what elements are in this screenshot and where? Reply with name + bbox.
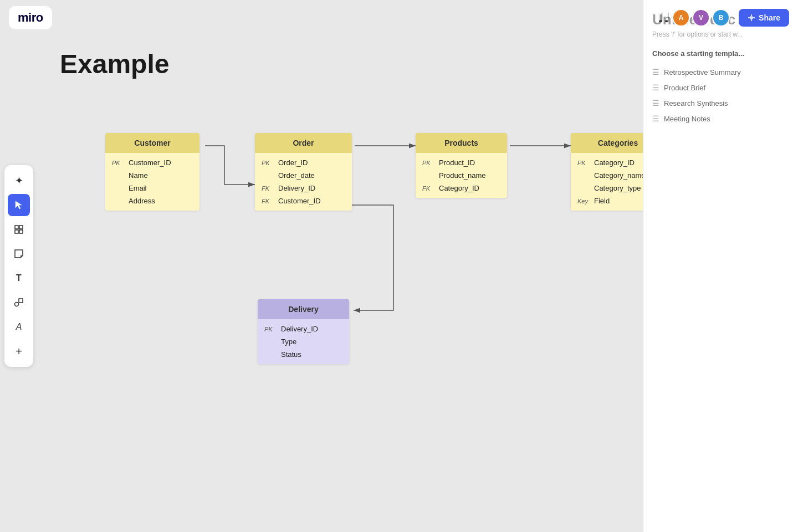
avatar-3[interactable]: B xyxy=(712,9,730,27)
template-label: Research Synthesis xyxy=(664,99,728,108)
template-item-product-brief[interactable]: ☰ Product Brief xyxy=(652,80,789,95)
frames-tool-button[interactable] xyxy=(8,218,30,241)
table-row: PK Delivery_ID xyxy=(258,323,349,335)
products-table-header: Products xyxy=(416,133,507,153)
right-panel: Untitled doc Press '/' for options or st… xyxy=(643,0,798,532)
table-row: Type xyxy=(258,335,349,348)
delivery-table-header: Delivery xyxy=(258,299,349,319)
template-item-retrospective[interactable]: ☰ Retrospective Summary xyxy=(652,64,789,80)
sticky-note-tool-button[interactable] xyxy=(8,243,30,265)
customer-table: Customer PK Customer_ID Name Email Addre… xyxy=(105,133,200,211)
table-row: PK Customer_ID xyxy=(105,156,200,169)
cursor-icon xyxy=(14,200,24,210)
add-icon: + xyxy=(16,345,22,358)
sticky-note-icon xyxy=(14,249,24,259)
logo-box[interactable]: miro xyxy=(9,6,52,29)
table-row: Product_name xyxy=(416,169,507,182)
collab-icons: ♩♩ A V B xyxy=(658,9,730,27)
template-label: Meeting Notes xyxy=(664,115,710,123)
svg-rect-1 xyxy=(15,226,18,229)
table-row: Order_date xyxy=(255,169,352,182)
delivery-table: Delivery PK Delivery_ID Type Status xyxy=(258,299,349,364)
table-row: FK Category_ID xyxy=(416,182,507,195)
table-row: PK Order_ID xyxy=(255,156,352,169)
share-label: Share xyxy=(759,13,780,22)
svg-point-0 xyxy=(750,16,753,19)
ai-tool-button[interactable]: ✦ xyxy=(8,170,30,192)
text-tool-button[interactable]: T xyxy=(8,267,30,289)
page-title: Example xyxy=(60,49,169,79)
add-tool-button[interactable]: + xyxy=(8,340,30,362)
order-table: Order PK Order_ID Order_date FK Delivery… xyxy=(255,133,352,211)
table-row: Status xyxy=(258,348,349,361)
template-label: Product Brief xyxy=(664,84,705,92)
cursor-tool-button[interactable] xyxy=(8,194,30,216)
shapes-icon xyxy=(14,298,24,308)
frames-icon xyxy=(14,224,24,234)
text-icon: T xyxy=(16,273,22,283)
toolbar: ✦ T A + xyxy=(4,165,33,367)
products-table: Products PK Product_ID Product_name FK C… xyxy=(416,133,507,198)
music-icon: ♩♩ xyxy=(658,10,670,25)
share-button[interactable]: Share xyxy=(739,9,789,27)
shapes-tool-button[interactable] xyxy=(8,291,30,314)
template-icon: ☰ xyxy=(652,114,659,123)
table-row: FK Customer_ID xyxy=(255,195,352,207)
template-icon: ☰ xyxy=(652,68,659,76)
order-table-header: Order xyxy=(255,133,352,153)
table-row: FK Delivery_ID xyxy=(255,182,352,195)
table-row: PK Product_ID xyxy=(416,156,507,169)
customer-table-header: Customer xyxy=(105,133,200,153)
avatar-1[interactable]: A xyxy=(672,9,690,27)
svg-rect-6 xyxy=(19,299,23,303)
table-row: Address xyxy=(105,195,200,207)
pen-tool-button[interactable]: A xyxy=(8,316,30,338)
pen-icon: A xyxy=(16,322,22,332)
share-icon xyxy=(748,14,755,22)
template-icon: ☰ xyxy=(652,99,659,108)
order-table-body: PK Order_ID Order_date FK Delivery_ID FK… xyxy=(255,153,352,211)
table-row: Email xyxy=(105,182,200,195)
svg-rect-2 xyxy=(19,226,23,229)
template-label: Retrospective Summary xyxy=(664,68,741,76)
template-item-meeting-notes[interactable]: ☰ Meeting Notes xyxy=(652,111,789,126)
template-list: ☰ Retrospective Summary ☰ Product Brief … xyxy=(652,64,789,126)
svg-rect-3 xyxy=(15,230,18,233)
avatar-2[interactable]: V xyxy=(692,9,710,27)
template-item-research[interactable]: ☰ Research Synthesis xyxy=(652,95,789,111)
table-row: Name xyxy=(105,169,200,182)
logo-text: miro xyxy=(18,11,43,25)
svg-rect-4 xyxy=(19,230,23,233)
header-right: ♩♩ A V B Share xyxy=(658,9,789,27)
products-table-body: PK Product_ID Product_name FK Category_I… xyxy=(416,153,507,198)
header: miro ♩♩ A V B Share xyxy=(0,0,798,35)
template-icon: ☰ xyxy=(652,83,659,92)
svg-point-5 xyxy=(15,303,19,306)
customer-table-body: PK Customer_ID Name Email Address xyxy=(105,153,200,211)
panel-section-title: Choose a starting templa... xyxy=(652,49,789,58)
delivery-table-body: PK Delivery_ID Type Status xyxy=(258,319,349,364)
